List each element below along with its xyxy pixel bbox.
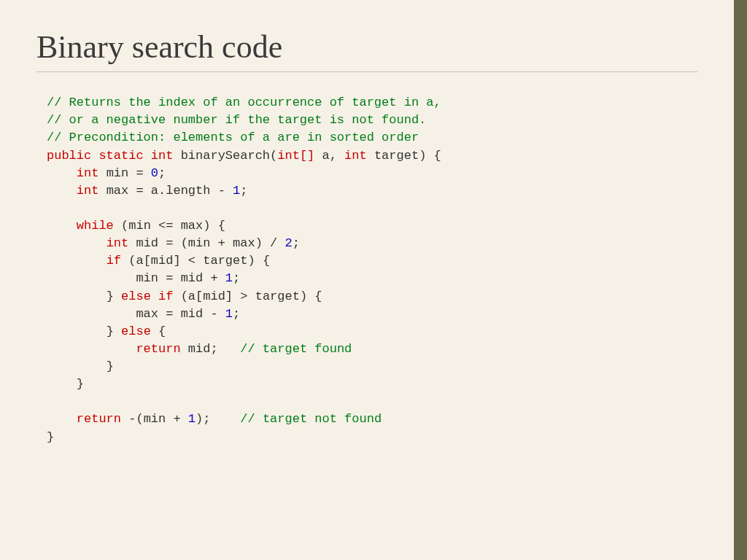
code-keyword: return (77, 412, 121, 426)
code-punct: ( (181, 289, 188, 303)
code-identifier: max (107, 184, 129, 198)
code-block: // Returns the index of an occurrence of… (47, 94, 697, 446)
code-punct: ) (247, 254, 255, 268)
code-punct: ) (203, 219, 210, 233)
code-identifier: min (107, 166, 129, 180)
code-comment: // Returns the index of an occurrence of… (47, 96, 441, 109)
code-identifier: target (203, 254, 247, 268)
code-keyword: public (47, 149, 91, 163)
code-keyword: if (158, 289, 173, 303)
code-punct: = (136, 166, 143, 180)
code-comment: // Precondition: elements of a are in so… (47, 131, 419, 144)
code-punct: ( (121, 219, 128, 233)
title-underline (36, 71, 697, 72)
code-punct: < (188, 254, 196, 268)
code-punct: - (218, 184, 225, 198)
code-number: 1 (188, 412, 196, 426)
code-number: 1 (225, 271, 233, 285)
code-keyword: return (136, 342, 180, 356)
code-punct: ( (270, 149, 277, 163)
code-punct: + (173, 412, 180, 426)
code-identifier: mid (181, 307, 204, 321)
code-punct: ; (293, 236, 300, 250)
code-keyword: int (77, 166, 99, 180)
code-punct: ( (128, 254, 136, 268)
code-punct: = (136, 184, 143, 198)
code-identifier: mid (136, 236, 158, 250)
code-identifier: max (181, 219, 204, 233)
code-punct: ; (240, 184, 247, 198)
code-identifier: mid (181, 271, 204, 285)
code-punct: = (166, 307, 173, 321)
code-identifier: min (144, 412, 166, 426)
code-punct: { (263, 254, 270, 268)
code-number: 2 (285, 236, 293, 250)
code-punct: ; (233, 271, 240, 285)
code-number: 0 (151, 166, 158, 180)
code-punct: = (166, 271, 173, 285)
code-keyword: int (344, 149, 367, 163)
code-punct: { (218, 219, 225, 233)
code-punct: } (47, 430, 54, 444)
code-punct: } (107, 324, 114, 338)
code-keyword: int (77, 184, 99, 198)
code-punct: + (218, 236, 225, 250)
code-comment: // target found (240, 342, 352, 356)
code-identifier: a (322, 149, 330, 163)
code-identifier: max (136, 307, 158, 321)
code-region: // Returns the index of an occurrence of… (0, 81, 734, 446)
code-keyword: else (121, 324, 151, 338)
code-comment: // target not found (240, 412, 382, 426)
code-keyword: int (107, 236, 129, 250)
code-keyword: while (77, 219, 114, 233)
code-identifier: min (128, 219, 151, 233)
code-punct: ; (233, 307, 240, 321)
code-punct: { (314, 289, 322, 303)
code-identifier: min (136, 271, 158, 285)
code-identifier: target (374, 149, 419, 163)
slide-side-accent (734, 0, 747, 560)
code-punct: ) (300, 289, 307, 303)
code-punct: ) (196, 412, 203, 426)
code-keyword: static (98, 149, 143, 163)
code-punct: ) (419, 149, 426, 163)
code-identifier: target (255, 289, 300, 303)
code-punct: > (240, 289, 247, 303)
code-identifier: a[mid] (136, 254, 180, 268)
code-punct: { (158, 324, 166, 338)
code-keyword: if (107, 254, 121, 268)
code-punct: / (270, 236, 277, 250)
code-punct: ) (255, 236, 263, 250)
title-region: Binary search code (0, 0, 734, 81)
code-punct: ; (203, 412, 210, 426)
code-punct: -( (128, 412, 143, 426)
code-keyword: else (121, 289, 151, 303)
code-keyword: int (151, 149, 174, 163)
code-identifier: min (188, 236, 211, 250)
code-punct: + (210, 271, 217, 285)
code-punct: } (107, 359, 114, 373)
slide-canvas: Binary search code // Returns the index … (0, 0, 734, 560)
code-punct: ( (181, 236, 188, 250)
code-punct: <= (158, 219, 173, 233)
slide-title: Binary search code (36, 31, 697, 71)
code-identifier: binarySearch (181, 149, 270, 163)
code-punct: { (434, 149, 441, 163)
code-punct: ; (210, 342, 217, 356)
code-punct: = (166, 236, 173, 250)
code-number: 1 (233, 184, 240, 198)
code-identifier: mid (188, 342, 211, 356)
code-identifier: a[mid] (188, 289, 233, 303)
code-keyword: int[] (277, 149, 314, 163)
code-punct: - (210, 307, 217, 321)
code-identifier: a.length (151, 184, 211, 198)
code-punct: } (107, 289, 114, 303)
code-identifier: max (233, 236, 255, 250)
code-punct: } (77, 377, 84, 391)
code-punct: ; (158, 166, 166, 180)
code-punct: , (330, 149, 337, 163)
code-number: 1 (225, 307, 233, 321)
code-comment: // or a negative number if the target is… (47, 113, 426, 127)
